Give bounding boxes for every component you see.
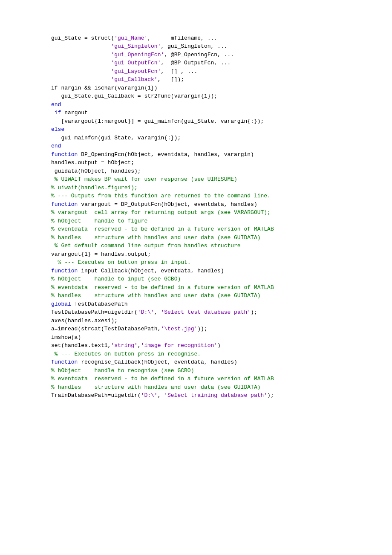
code-text: recognise_Callback(hObject, eventdata, h… — [78, 359, 237, 365]
code-comment: % eventdata reserved - to be defined in … — [51, 376, 274, 382]
code-line: a=imread(strcat(TestDatabasePath,'\test.… — [51, 325, 392, 333]
keyword-blue: global — [51, 301, 71, 307]
string-literal: 'image for recognition' — [141, 342, 217, 349]
code-comment: % hObject handle to figure — [51, 218, 147, 224]
code-line: function recognise_Callback(hObject, eve… — [51, 358, 392, 367]
code-line: 'gui_Callback', []); — [51, 75, 392, 84]
code-line: % Get default command line output from h… — [51, 242, 392, 250]
code-text: ); — [267, 392, 274, 399]
code-line: axes(handles.axes1); — [51, 317, 392, 325]
code-text: gui_State.gui_Callback = str2func(vararg… — [51, 93, 217, 99]
code-line: % uiwait(handles.figure1); — [51, 184, 392, 192]
code-line: % eventdata reserved - to be defined in … — [51, 375, 392, 383]
code-line: 'gui_OutputFcn', @BP_OutputFcn, ... — [51, 59, 392, 67]
code-text — [51, 76, 111, 83]
code-comment: % handles structure with handles and use… — [51, 384, 260, 390]
code-text: axes(handles.axes1); — [51, 318, 118, 324]
code-line: global TestDatabasePath — [51, 300, 392, 309]
code-comment: % --- Executes on button press in recogn… — [51, 351, 201, 357]
code-line: % hObject handle to input (see GCBO) — [51, 275, 392, 283]
code-line: function varargout = BP_OutputFcn(hObjec… — [51, 200, 392, 209]
code-comment: % hObject handle to recognise (see GCBO) — [51, 367, 194, 374]
code-text: imshow(a) — [51, 334, 81, 341]
code-line: % --- Outputs from this function are ret… — [51, 192, 392, 200]
keyword-blue: function — [51, 201, 78, 208]
code-line: function BP_OpeningFcn(hObject, eventdat… — [51, 150, 392, 159]
code-text: handles.output = hObject; — [51, 159, 134, 166]
code-text: varargout = BP_OutputFcn(hObject, eventd… — [78, 201, 257, 208]
keyword-blue: else — [51, 126, 64, 133]
code-text: , []); — [158, 76, 184, 83]
code-text: , [] , ... — [161, 68, 197, 75]
code-comment: % eventdata reserved - to be defined in … — [51, 284, 274, 291]
code-comment: % varargout cell array for returning out… — [51, 209, 271, 216]
code-text: [varargout{1:nargout}] = gui_mainfcn(gui… — [51, 118, 264, 124]
code-line: 'gui_LayoutFcn', [] , ... — [51, 67, 392, 76]
code-text: ); — [251, 309, 257, 315]
string-literal: 'string' — [111, 342, 137, 349]
code-text: , @BP_OpeningFcn, ... — [164, 52, 234, 58]
code-line: % handles structure with handles and use… — [51, 292, 392, 300]
keyword-blue: function — [51, 151, 78, 158]
string-literal: '\test.jpg' — [161, 326, 197, 332]
string-literal: 'Select training database path' — [164, 392, 267, 399]
string-literal: 'gui_OutputFcn' — [111, 60, 161, 66]
code-comment: % handles structure with handles and use… — [51, 234, 260, 241]
code-line: % handles structure with handles and use… — [51, 234, 392, 242]
code-text: , — [158, 392, 164, 399]
code-line: if nargout — [51, 109, 392, 117]
code-text: , gui_Singleton, ... — [161, 43, 227, 49]
code-text — [51, 52, 111, 58]
code-text: )); — [197, 326, 207, 332]
code-line: varargout{1} = handles.output; — [51, 250, 392, 259]
code-line: guidata(hObject, handles); — [51, 167, 392, 176]
code-line: if nargin && ischar(varargin{1}) — [51, 84, 392, 92]
code-comment: % hObject handle to input (see GCBO) — [51, 276, 181, 282]
code-comment: % handles structure with handles and use… — [51, 292, 260, 299]
code-text — [51, 43, 111, 49]
string-literal: 'gui_Callback' — [111, 76, 157, 83]
code-text: , — [138, 342, 141, 349]
string-literal: 'D:\' — [141, 392, 158, 399]
code-text: , @BP_OutputFcn, ... — [161, 60, 231, 66]
code-text: nargout — [61, 110, 87, 116]
code-text: set(handles.text1, — [51, 342, 111, 349]
code-line: TestDatabasePath=uigetdir('D:\', 'Select… — [51, 308, 392, 317]
code-line: % UIWAIT makes BP wait for user response… — [51, 175, 392, 184]
code-line: handles.output = hObject; — [51, 159, 392, 167]
code-text: TrainDatabasePath=uigetdir( — [51, 392, 141, 399]
keyword-blue: function — [51, 268, 78, 274]
code-text: input_Callback(hObject, eventdata, handl… — [78, 268, 224, 274]
code-text: a=imread(strcat(TestDatabasePath, — [51, 326, 161, 332]
code-line: [varargout{1:nargout}] = gui_mainfcn(gui… — [51, 117, 392, 126]
code-text: BP_OpeningFcn(hObject, eventdata, handle… — [78, 151, 254, 158]
code-line: TrainDatabasePath=uigetdir('D:\', 'Selec… — [51, 391, 392, 400]
code-text — [51, 110, 55, 116]
keyword-blue: end — [51, 101, 61, 108]
code-line: 'gui_OpeningFcn', @BP_OpeningFcn, ... — [51, 51, 392, 59]
string-literal: 'gui_Singleton' — [111, 43, 161, 49]
code-line: end — [51, 101, 392, 109]
code-line: % hObject handle to recognise (see GCBO) — [51, 367, 392, 375]
code-line: % eventdata reserved - to be defined in … — [51, 225, 392, 234]
code-line: gui_State = struct('gui_Name', mfilename… — [51, 34, 392, 43]
code-text: TestDatabasePath=uigetdir( — [51, 309, 138, 315]
code-line: else — [51, 125, 392, 134]
code-text: , — [154, 309, 161, 315]
code-line: gui_State.gui_Callback = str2func(vararg… — [51, 92, 392, 101]
code-text: TestDatabasePath — [71, 301, 128, 307]
string-literal: 'Select test database path' — [161, 309, 251, 315]
code-text — [51, 68, 111, 75]
code-text: , mfilename, ... — [147, 35, 217, 41]
code-line: end — [51, 142, 392, 150]
code-text — [51, 60, 111, 66]
code-line: function input_Callback(hObject, eventda… — [51, 267, 392, 275]
code-line: 'gui_Singleton', gui_Singleton, ... — [51, 42, 392, 51]
keyword-blue: end — [51, 143, 61, 149]
code-line: % --- Executes on button press in recogn… — [51, 350, 392, 358]
code-comment: % eventdata reserved - to be defined in … — [51, 226, 274, 232]
keyword-blue: function — [51, 359, 78, 365]
string-literal: 'gui_LayoutFcn' — [111, 68, 161, 75]
code-line: set(handles.text1,'string','image for re… — [51, 341, 392, 350]
code-line: % hObject handle to figure — [51, 217, 392, 225]
